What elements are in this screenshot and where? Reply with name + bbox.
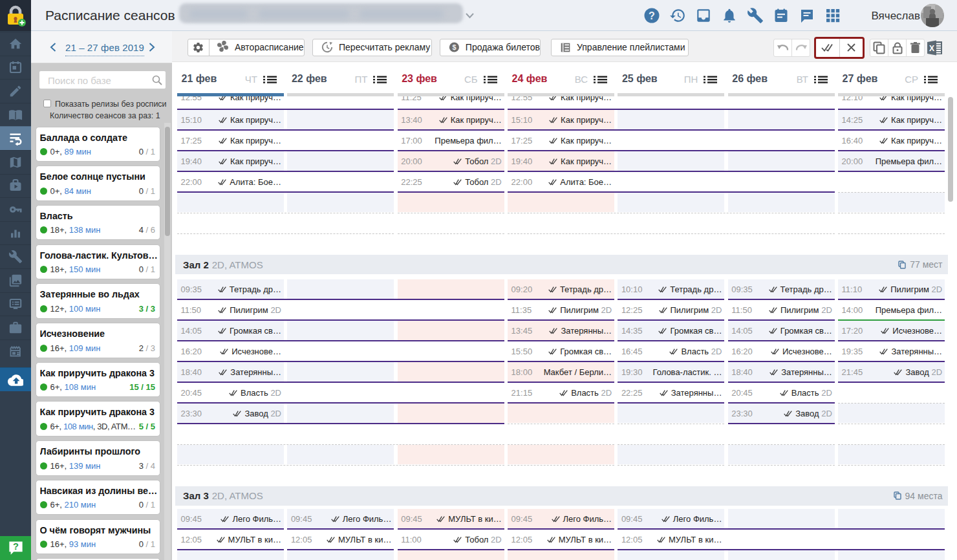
svg-text:?: ? [649, 10, 655, 21]
svg-text:?: ? [13, 541, 19, 552]
svg-text:$: $ [452, 43, 456, 51]
svg-text:X: X [929, 44, 934, 53]
